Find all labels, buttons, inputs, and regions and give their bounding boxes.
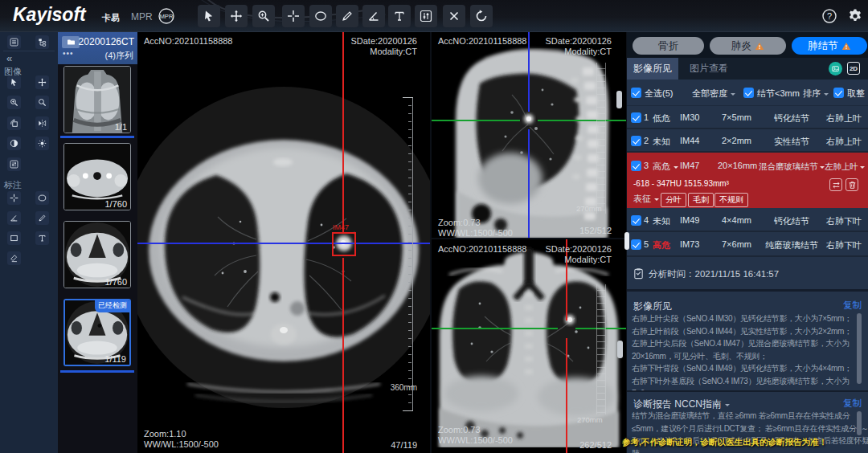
density-dropdown[interactable]: 全部密度	[692, 88, 735, 100]
zoom-in-tool-icon[interactable]	[7, 96, 21, 109]
warning-icon	[755, 42, 764, 51]
row-loc: 右肺上叶	[826, 136, 862, 148]
thumbnail-active-bar2	[60, 370, 134, 373]
pencil-tool-button[interactable]	[336, 5, 358, 27]
help-icon[interactable]	[821, 8, 837, 24]
sag-crosshair-vertical-bottom[interactable]	[528, 129, 530, 238]
sag-crosshair-vertical-top[interactable]	[528, 32, 530, 112]
viewport-axial[interactable]: IM47 360mm AccNO:202101158888 SDate:2020…	[137, 32, 430, 453]
pill-fracture[interactable]: 骨折	[633, 37, 704, 55]
rotate-tool-icon[interactable]	[7, 116, 21, 130]
row-size: 4×4mm	[722, 215, 751, 225]
axial-crosshair-horizontal[interactable]	[137, 243, 430, 244]
small-nodule-checkbox[interactable]	[743, 88, 754, 98]
thumbnail-ct-detected[interactable]: 已经检测 1/119	[63, 299, 131, 366]
cursor-tool-icon[interactable]	[7, 76, 21, 89]
nodule-row-5[interactable]: 5 高危 IM73 7×6mm 纯磨玻璃结节 右肺下叶	[627, 232, 868, 257]
round-label[interactable]: 取整	[847, 88, 865, 100]
thumbnail-xray[interactable]: 1/1	[63, 66, 131, 133]
mpr-label: MPR	[131, 11, 153, 22]
settings-gear-icon[interactable]	[847, 8, 863, 24]
series-more-dots[interactable]: •••	[63, 49, 74, 58]
text-annotate-icon[interactable]	[35, 231, 49, 245]
nodule-row-4[interactable]: 4 未知 IM49 4×4mm 钙化结节 右肺下叶	[627, 208, 868, 232]
thumbnail-ct-neck[interactable]: 1/760	[63, 143, 131, 210]
text-tool-button[interactable]	[388, 5, 411, 27]
crosshair-tool-button[interactable]	[282, 5, 305, 27]
screenshot-icon[interactable]	[829, 62, 842, 76]
annotate-tools-label: 标注	[4, 179, 22, 191]
sag-ruler	[596, 63, 606, 214]
select-tool-button[interactable]	[198, 5, 220, 27]
rect-annotate-icon[interactable]	[7, 231, 21, 245]
axial-crosshair-vertical-top[interactable]	[342, 32, 344, 232]
window-level-button[interactable]	[415, 5, 437, 27]
row-type-dropdown[interactable]: 混合磨玻璃结节	[759, 161, 825, 173]
sag-crosshair-horizontal-left[interactable]	[432, 120, 520, 121]
row-checkbox[interactable]	[631, 161, 641, 171]
move-tool-icon[interactable]	[35, 76, 49, 89]
findings-scrollbar[interactable]	[857, 313, 862, 384]
reset-tool-button[interactable]	[470, 5, 493, 27]
findings-copy-button[interactable]: 复制	[843, 300, 862, 312]
tab-image-view[interactable]: 图片查看	[678, 58, 739, 80]
zoom-tool-button[interactable]	[252, 5, 275, 27]
series-tree-icon[interactable]	[35, 35, 49, 49]
pill-lung-nodule[interactable]: 肺结节	[792, 37, 867, 55]
window-level-tool-icon[interactable]	[7, 157, 21, 171]
pan-tool-button[interactable]	[225, 5, 248, 27]
feature-dropdown[interactable]: 表征	[633, 193, 659, 205]
report-copy-button[interactable]: 复制	[843, 398, 862, 410]
viewport-sagittal[interactable]: 270mm AccNO:202101158888 SDate:20200126 …	[432, 32, 626, 238]
pill-pneumonia[interactable]: 肺炎	[710, 37, 786, 55]
magnify-tool-icon[interactable]	[35, 96, 49, 109]
row-checkbox[interactable]	[631, 215, 641, 226]
cor-crosshair-horizontal-left[interactable]	[432, 328, 558, 329]
sag-scrollbar[interactable]	[616, 91, 622, 108]
panel-resize-handle[interactable]	[624, 232, 629, 250]
nodule-row-1[interactable]: 1 低危 IM30 7×5mm 钙化结节 右肺上叶	[627, 106, 868, 129]
flip-tool-icon[interactable]	[35, 116, 49, 130]
angle-annotate-icon[interactable]	[7, 211, 21, 225]
row-risk-dropdown[interactable]: 高危	[653, 161, 678, 173]
ellipse-tool-button[interactable]	[309, 5, 332, 27]
cor-crosshair-vertical-bottom[interactable]	[566, 338, 567, 453]
series-header[interactable]: 20200126CT ••• (4)序列	[58, 32, 137, 64]
brightness-tool-icon[interactable]	[35, 137, 49, 150]
right-panel: 骨折 肺炎 肺结节 影像所见 图片查看 2D 全选(5) 全部密度 结节<3mm…	[627, 32, 868, 453]
axial-crosshair-vertical-bottom[interactable]	[342, 258, 344, 453]
eraser-annotate-icon[interactable]	[7, 251, 21, 265]
collapse-panel-button[interactable]: «	[6, 52, 12, 64]
invert-tool-icon[interactable]	[7, 137, 21, 150]
report-scrollbar[interactable]	[857, 411, 862, 435]
2d-label: 2D	[850, 65, 858, 72]
2d-view-icon[interactable]: 2D	[847, 62, 860, 75]
cor-scrollbar[interactable]	[617, 341, 623, 358]
viewport-coronal[interactable]: 270mm AccNO:202101158888 SDate:20200126 …	[432, 239, 626, 453]
nodule-row-3-selected[interactable]: 3 高危 IM47 20×16mm 混合磨玻璃结节 左肺上叶 -618 - 34…	[627, 153, 868, 208]
series-list-icon[interactable]	[7, 35, 21, 49]
small-nodule-label[interactable]: 结节<3mm	[757, 88, 800, 100]
select-all-checkbox[interactable]	[631, 88, 641, 98]
tab-findings[interactable]: 影像所见	[627, 58, 678, 80]
nodule-roi-box[interactable]	[332, 232, 356, 256]
thumbnail-ct-chest[interactable]: 1/760	[63, 221, 131, 288]
delete-nodule-button[interactable]	[845, 178, 858, 191]
mpr-layout-icon[interactable]	[158, 7, 175, 25]
select-all-label[interactable]: 全选(5)	[645, 88, 673, 100]
sort-dropdown[interactable]: 排序	[803, 88, 829, 100]
pencil-annotate-icon[interactable]	[35, 211, 49, 225]
row-checkbox[interactable]	[631, 239, 641, 250]
nodule-row-2[interactable]: 2 未知 IM44 2×2mm 实性结节 右肺上叶	[627, 129, 868, 153]
relocate-nodule-button[interactable]	[829, 178, 842, 191]
row-checkbox[interactable]	[631, 136, 641, 146]
row-checkbox[interactable]	[631, 112, 641, 123]
pill-pneumonia-label: 肺炎	[731, 39, 751, 53]
sag-crosshair-horizontal-right[interactable]	[538, 120, 626, 121]
crosshair-annotate-icon[interactable]	[7, 191, 21, 205]
row-loc-dropdown[interactable]: 左肺上叶	[825, 161, 865, 173]
close-tool-button[interactable]	[443, 5, 465, 27]
angle-tool-button[interactable]	[362, 5, 385, 27]
round-checkbox[interactable]	[833, 88, 844, 98]
ellipse-annotate-icon[interactable]	[35, 191, 49, 205]
